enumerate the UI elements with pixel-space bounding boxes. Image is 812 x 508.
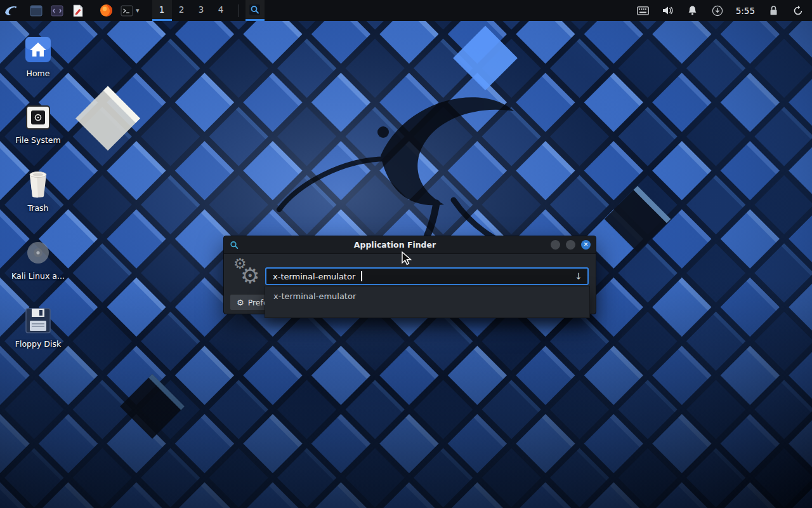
panel-left-section: ▾ 1 2 3 4 xyxy=(0,0,265,21)
workspace-switcher: 1 2 3 4 xyxy=(152,0,231,21)
desktop-icon-label: Trash xyxy=(8,203,69,213)
circle-arrow-icon xyxy=(712,5,723,17)
workspace-label: 1 xyxy=(159,4,165,15)
workspace-label: 2 xyxy=(179,4,185,15)
titlebar[interactable]: Application Finder ✕ xyxy=(224,236,596,254)
notifications-button[interactable] xyxy=(686,4,699,17)
window-title: Application Finder xyxy=(239,240,551,250)
workspace-button-2[interactable]: 2 xyxy=(172,0,192,21)
update-indicator-button[interactable] xyxy=(711,4,724,17)
workspace-button-4[interactable]: 4 xyxy=(211,0,231,21)
workspace-button-3[interactable]: 3 xyxy=(192,0,211,21)
terminal-icon xyxy=(120,4,134,18)
firefox-icon xyxy=(99,3,114,18)
keyboard-layout-button[interactable] xyxy=(637,4,650,17)
dropdown-arrow-icon[interactable]: ↓ xyxy=(575,271,582,281)
desktop-icon-file-system[interactable]: File System xyxy=(8,99,69,145)
trash-bin-icon xyxy=(24,170,52,199)
desktop-icon-kali-docs[interactable]: Kali Linux a... xyxy=(8,235,69,281)
applications-menu-button[interactable] xyxy=(0,0,23,21)
panel-separator xyxy=(239,4,239,17)
desktop-icon-home[interactable]: Home xyxy=(8,32,69,78)
desktop-icon-trash[interactable]: Trash xyxy=(8,167,69,213)
close-button[interactable]: ✕ xyxy=(581,240,591,250)
text-editor-launcher[interactable] xyxy=(70,3,86,18)
home-folder-icon xyxy=(23,35,53,64)
code-editor-launcher[interactable] xyxy=(49,3,65,18)
gear-icon: ⚙ xyxy=(237,298,244,307)
window-controls: ✕ xyxy=(551,240,591,250)
file-system-drive-icon xyxy=(25,104,51,131)
top-panel: ▾ 1 2 3 4 xyxy=(0,0,812,21)
desktop-icon-label: Home xyxy=(8,69,69,78)
gear-icon-large: ⚙ xyxy=(240,265,259,286)
dropdown-item[interactable]: x-terminal-emulator xyxy=(265,286,589,306)
kali-disc-icon xyxy=(24,239,52,267)
keyboard-icon xyxy=(637,6,649,15)
search-input[interactable]: x-terminal-emulator ↓ xyxy=(265,267,589,285)
launcher-dropdown-chevron-icon[interactable]: ▾ xyxy=(136,6,140,15)
refresh-power-icon xyxy=(792,5,804,17)
close-icon: ✕ xyxy=(584,242,589,248)
maximize-button[interactable] xyxy=(566,240,575,250)
session-button[interactable] xyxy=(792,4,804,17)
system-tray: 5:55 xyxy=(637,0,812,21)
window-app-magnifier-icon xyxy=(229,240,239,250)
terminal-launcher[interactable] xyxy=(119,3,134,18)
file-manager-launcher[interactable] xyxy=(29,3,44,18)
volume-icon xyxy=(662,5,674,16)
workspace-label: 3 xyxy=(199,4,204,15)
desktop-icon-label: Kali Linux a... xyxy=(8,271,69,281)
lock-icon xyxy=(769,5,778,16)
taskbar-application-finder[interactable] xyxy=(246,0,265,21)
app-finder-magnifier-icon xyxy=(249,4,261,16)
bell-icon xyxy=(687,5,698,16)
volume-button[interactable] xyxy=(662,4,674,17)
file-manager-icon xyxy=(29,4,43,18)
desktop-icon-label: Floppy Disk xyxy=(8,339,69,349)
workspace-label: 4 xyxy=(218,4,224,15)
application-gears-icon: ⚙ ⚙ xyxy=(233,258,265,291)
completion-dropdown: x-terminal-emulator xyxy=(265,286,590,318)
minimize-button[interactable] xyxy=(551,240,560,250)
search-input-value: x-terminal-emulator xyxy=(273,272,355,281)
text-editor-icon xyxy=(71,4,85,18)
clock[interactable]: 5:55 xyxy=(736,6,755,16)
workspace-button-1[interactable]: 1 xyxy=(152,0,172,21)
screen-lock-button[interactable] xyxy=(767,4,780,17)
firefox-launcher[interactable] xyxy=(98,3,114,18)
text-caret xyxy=(361,271,362,281)
floppy-disk-icon xyxy=(24,307,52,335)
code-editor-icon xyxy=(50,4,64,18)
desktop-icon-label: File System xyxy=(8,135,69,145)
kali-logo-icon xyxy=(4,3,19,18)
desktop-icon-floppy-disk[interactable]: Floppy Disk xyxy=(8,303,69,349)
